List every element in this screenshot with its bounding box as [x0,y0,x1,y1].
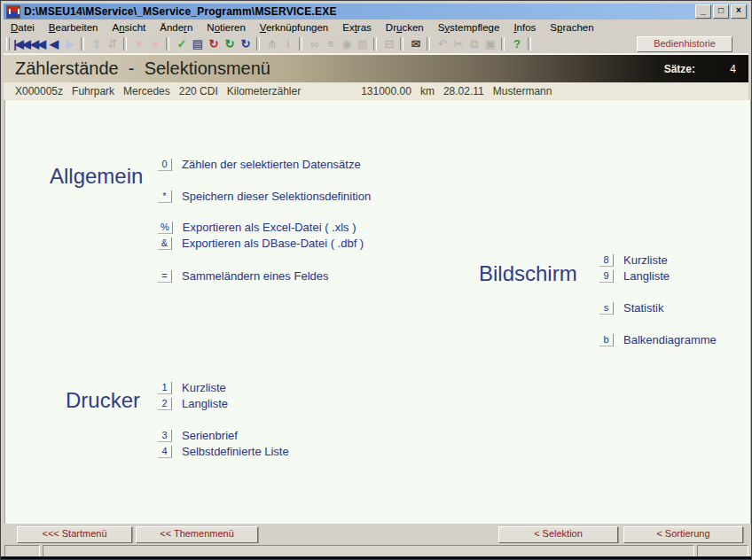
menu-aendern[interactable]: Ändern [153,21,200,34]
menu-datei[interactable]: Datei [4,21,42,34]
menu-ansicht[interactable]: Ansicht [106,21,153,34]
record-counter-value: 131000.00 [361,85,411,97]
record-category: Fuhrpark [72,85,114,97]
menu-infos[interactable]: Infos [506,21,543,34]
title-bar[interactable]: D:\MSEU14\MService\_MService_Programm\MS… [4,4,748,19]
record-date: 28.02.11 [443,85,484,97]
shortcut-key: = [158,270,172,283]
shortcut-key: b [599,334,614,346]
first-record-icon[interactable]: |◀◀ [13,36,29,51]
shortcut-key: 9 [599,270,614,283]
menu-item-statistik[interactable]: s Statistik [599,301,664,315]
window-title: D:\MSEU14\MService\_MService_Programm\MS… [24,5,695,18]
undo-icon: ↶ [434,36,450,51]
run-blue-icon[interactable]: ↻ [237,36,253,51]
menu-bearbeiten[interactable]: Bearbeiten [42,21,106,34]
structure-icon: ⇵ [104,36,120,51]
favorite-icon: ♥ [146,36,162,51]
page-title: Zählerstände - Selektionsmenü [15,58,270,79]
section-title-drucker: Drucker [66,388,140,413]
minimize-button[interactable]: _ [695,4,711,19]
toolbar-separator [123,37,127,51]
menu-notieren[interactable]: Notieren [200,21,253,34]
menu-item-bildschirm-langliste[interactable]: 9 Langliste [599,269,670,283]
menu-item-export-dbase[interactable]: & Exportieren als DBase-Datei ( .dbf ) [158,237,364,250]
print-icon: ⊟ [380,36,396,51]
preview-icon: ◉ [338,36,354,51]
info-icon: i [279,36,295,51]
shortcut-key: s [599,302,614,315]
menu-item-selektionsdefinition-speichern[interactable]: * Speichern dieser Selektionsdefinition [158,190,371,203]
toolbar: |◀◀◀◀◀▶⇧⇵×♥✓▤↻↻↻⋔i∞≡◉▦⊟✉↶✂⧉▣? Bedienhist… [4,35,748,54]
menu-item-drucker-kurzliste[interactable]: 1 Kurzliste [158,381,226,394]
toolbar-separator [166,37,169,51]
search-icon: ∞ [306,36,322,51]
run-red-icon[interactable]: ↻ [205,36,221,51]
copy-icon: ⧉ [466,36,482,51]
maximize-button[interactable]: □ [713,4,729,19]
section-title-bildschirm: Bildschirm [479,261,577,286]
toolbar-separator [373,37,377,51]
record-id: X000005z [15,85,63,97]
menu-item-zaehlen-datensaetze[interactable]: 0 Zählen der selektierten Datensätze [158,158,361,171]
themenmenu-button[interactable]: << Themenmenü [136,526,258,543]
history-button[interactable]: Bedienhistorie [637,36,732,52]
startmenu-button[interactable]: <<< Startmenü [17,526,132,543]
record-unit: km [420,85,435,97]
records-count-value: 4 [730,63,736,75]
record-model: 220 CDI [179,85,218,97]
confirm-icon[interactable]: ✓ [173,36,189,51]
shortcut-key: * [158,191,172,203]
selection-menu-content: Allgemein 0 Zählen der selektierten Date… [4,100,751,524]
toolbar-separator [501,37,505,51]
toolbar-separator [400,37,403,51]
mail-icon[interactable]: ✉ [407,36,423,51]
close-button[interactable]: × [731,4,747,19]
selektion-button[interactable]: < Selektion [498,526,618,543]
menu-item-bildschirm-kurzliste[interactable]: 8 Kurzliste [599,253,668,267]
toolbar-separator [299,37,302,51]
menubar: DateiBearbeitenAnsichtÄndernNotierenVerk… [4,19,748,35]
shortcut-key: 0 [158,159,172,171]
application-window: D:\MSEU14\MService\_MService_Programm\MS… [0,0,752,560]
shortcut-key: 3 [158,430,172,442]
prev-block-icon[interactable]: ◀◀ [29,36,45,51]
shortcut-key: 4 [158,446,172,458]
section-title-allgemein: Allgemein [50,164,143,189]
app-icon [6,5,20,19]
list-icon: ≡ [322,36,338,51]
shortcut-key: & [158,237,172,250]
toolbar-separator [528,37,531,51]
menu-systempflege[interactable]: Systempflege [431,21,507,34]
menu-item-serienbrief[interactable]: 3 Serienbrief [158,429,238,442]
next-record-icon: ▶ [61,36,77,51]
import-icon: ⇧ [88,36,104,51]
form-icon[interactable]: ▤ [189,36,205,51]
menu-item-sammelaendern[interactable]: = Sammeländern eines Feldes [158,269,328,283]
cut-icon: ✂ [450,36,466,51]
help-icon[interactable]: ? [508,36,524,51]
records-count-label: Sätze: [664,63,695,75]
menu-item-selbstdefinierte-liste[interactable]: 4 Selbstdefinierte Liste [158,445,289,458]
shortcut-key: 1 [158,382,172,394]
menu-verknuepfungen[interactable]: Verknüpfungen [253,21,335,34]
prev-record-icon[interactable]: ◀ [45,36,61,51]
menu-item-export-excel[interactable]: % Exportieren als Excel-Datei ( .xls ) [158,221,356,234]
toolbar-icons: |◀◀◀◀◀▶⇧⇵×♥✓▤↻↻↻⋔i∞≡◉▦⊟✉↶✂⧉▣? [13,36,535,51]
current-record-bar: X000005z Fuhrpark Mercedes 220 CDI Kilom… [4,82,748,101]
toolbar-separator [81,37,84,51]
menu-extras[interactable]: Extras [335,21,379,34]
chart-icon: ▦ [354,36,370,51]
delete-icon: × [130,36,146,51]
shortcut-key: 2 [158,398,172,410]
menu-item-drucker-langliste[interactable]: 2 Langliste [158,397,228,410]
toolbar-grip [6,37,10,51]
record-make: Mercedes [123,85,170,97]
menu-drucken[interactable]: Drucken [379,21,431,34]
run-green-icon[interactable]: ↻ [221,36,237,51]
menu-sprachen[interactable]: Sprachen [543,21,600,34]
record-owner: Mustermann [493,85,552,97]
shortcut-key: % [158,222,173,234]
menu-item-balkendiagramme[interactable]: b Balkendiagramme [599,333,717,346]
sortierung-button[interactable]: < Sortierung [623,526,743,543]
